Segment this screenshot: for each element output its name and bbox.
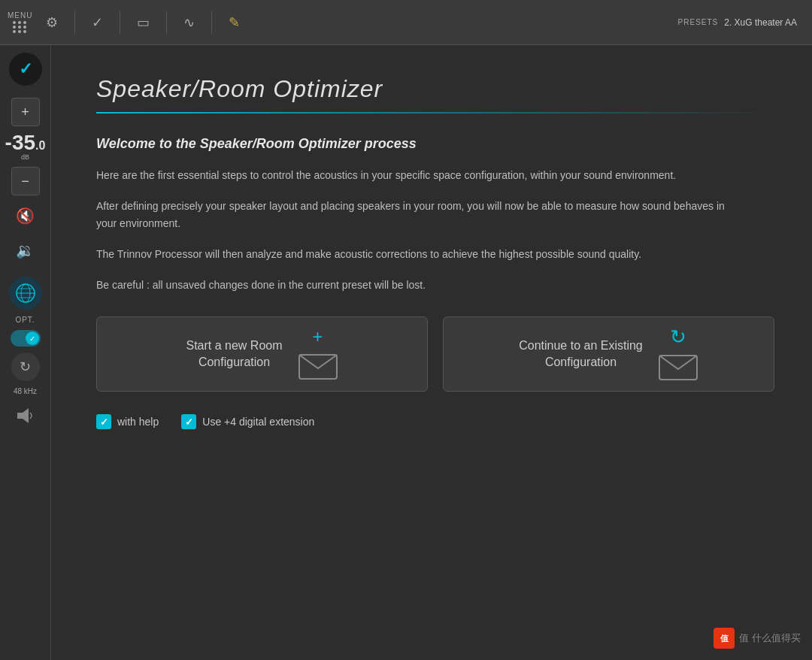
new-config-button[interactable]: Start a new RoomConfiguration + xyxy=(96,316,428,392)
existing-config-label: Continue to an ExistingConfiguration xyxy=(519,338,643,371)
plus-button[interactable]: + xyxy=(11,98,40,126)
sidebar: ✓ + -35.0 dB − 🔇 🔉 OPT. ✓ ↻ 48 k xyxy=(0,45,51,660)
waveform-icon[interactable]: ∿ xyxy=(183,14,195,31)
plus-icon: + xyxy=(21,104,29,120)
menu-section[interactable]: MENU xyxy=(8,11,32,33)
nav-separator-3 xyxy=(166,11,167,34)
check-icon[interactable]: ✓ xyxy=(92,14,103,31)
display-icon[interactable]: ▭ xyxy=(137,14,150,31)
digital-extension-check-icon: ✓ xyxy=(185,416,193,428)
presets-label: PRESETS xyxy=(678,18,719,26)
logo-check-icon: ✓ xyxy=(19,59,32,79)
volume-display-group: -35.0 dB xyxy=(5,132,46,161)
welcome-heading: Welcome to the Speaker/Room Optimizer pr… xyxy=(96,136,774,152)
opt-toggle-check-icon: ✓ xyxy=(29,335,35,343)
top-bar-right: PRESETS 2. XuG theater AA xyxy=(678,17,797,28)
existing-config-icon-area: ↻ xyxy=(658,327,698,381)
digital-extension-label: Use +4 digital extension xyxy=(202,416,314,428)
svg-rect-5 xyxy=(17,413,23,419)
audio-down-icon: 🔉 xyxy=(16,241,35,259)
with-help-checkbox-box: ✓ xyxy=(96,414,111,429)
refresh-icon: ↻ xyxy=(20,359,31,375)
refresh-existing-icon: ↻ xyxy=(670,327,686,347)
audio-down-button[interactable]: 🔉 xyxy=(11,236,40,265)
logo-button[interactable]: ✓ xyxy=(9,53,42,86)
digital-extension-checkbox[interactable]: ✓ Use +4 digital extension xyxy=(181,414,314,429)
nav-separator-4 xyxy=(211,11,212,34)
menu-grid-icon xyxy=(13,21,27,33)
with-help-checkbox[interactable]: ✓ with help xyxy=(96,414,159,429)
page-title: Speaker/Room Optimizer xyxy=(96,75,774,103)
volume-unit: dB xyxy=(5,154,46,161)
nav-separator-1 xyxy=(74,11,75,34)
plus-new-icon: + xyxy=(313,328,323,346)
speaker-icon xyxy=(15,405,36,426)
speaker-button[interactable] xyxy=(11,401,40,430)
mute-icon: 🔇 xyxy=(16,207,35,225)
new-config-icon-area: + xyxy=(298,328,338,380)
svg-marker-6 xyxy=(23,408,29,423)
minus-button[interactable]: − xyxy=(11,167,40,195)
top-nav-icons: ⚙ ✓ ▭ ∿ ✎ xyxy=(46,11,240,34)
mute-button[interactable]: 🔇 xyxy=(11,201,40,230)
frequency-display: 48 kHz xyxy=(14,387,37,395)
with-help-label: with help xyxy=(117,416,159,428)
action-buttons: Start a new RoomConfiguration + Continue… xyxy=(96,316,774,392)
opt-toggle-knob: ✓ xyxy=(26,332,39,345)
main-content: Speaker/Room Optimizer Welcome to the Sp… xyxy=(51,45,812,660)
minus-icon: − xyxy=(21,174,29,189)
volume-value: -35.0 xyxy=(5,132,46,153)
body-paragraph-3: The Trinnov Processor will then analyze … xyxy=(96,246,743,263)
digital-extension-checkbox-box: ✓ xyxy=(181,414,196,429)
warning-text: Be careful : all unsaved changes done in… xyxy=(96,277,774,294)
existing-config-button[interactable]: Continue to an ExistingConfiguration ↻ xyxy=(443,316,774,392)
opt-label: OPT. xyxy=(15,316,35,324)
watermark: 值 值 什么值得买 xyxy=(714,628,801,649)
with-help-check-icon: ✓ xyxy=(100,416,108,428)
globe-icon xyxy=(14,282,37,304)
globe-button[interactable] xyxy=(9,277,42,310)
nav-separator-2 xyxy=(120,11,120,34)
checkbox-row: ✓ with help ✓ Use +4 digital extension xyxy=(96,414,774,429)
volume-number: -35 xyxy=(5,131,35,154)
envelope-existing-icon xyxy=(658,351,698,381)
body-paragraph-1: Here are the first essential steps to co… xyxy=(96,167,743,184)
opt-toggle[interactable]: ✓ xyxy=(11,330,41,347)
envelope-new-icon xyxy=(298,350,338,380)
preset-value: 2. XuG theater AA xyxy=(724,17,797,28)
title-underline xyxy=(96,112,774,114)
refresh-button[interactable]: ↻ xyxy=(11,353,40,381)
settings-icon[interactable]: ⚙ xyxy=(46,14,58,31)
watermark-icon: 值 xyxy=(714,628,735,649)
top-bar: MENU ⚙ ✓ ▭ ∿ ✎ PRESETS 2. XuG theater AA xyxy=(0,0,812,45)
menu-label-text: MENU xyxy=(8,11,32,20)
body-paragraph-2: After defining precisely your speaker la… xyxy=(96,198,743,232)
watermark-text: 值 什么值得买 xyxy=(739,631,801,645)
new-config-label: Start a new RoomConfiguration xyxy=(186,338,282,371)
pencil-icon[interactable]: ✎ xyxy=(229,14,240,31)
volume-decimal: .0 xyxy=(35,139,45,152)
